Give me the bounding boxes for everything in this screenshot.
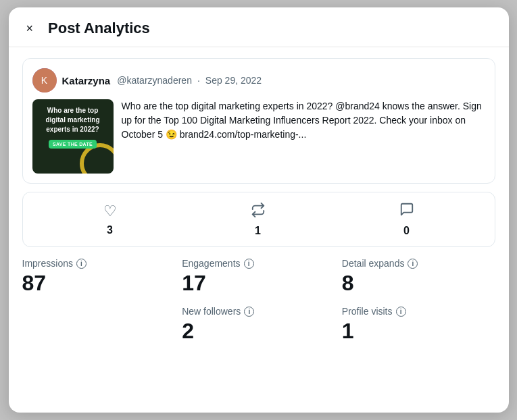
new-followers-value: 2	[182, 319, 335, 343]
detail-expands-info-icon[interactable]: i	[408, 259, 418, 269]
engagements-label-row: Engagements i	[182, 258, 335, 269]
post-thumbnail: Who are the top digital marketing expert…	[32, 99, 114, 174]
post-analytics-panel: × Post Analytics K Katarzyna @katarzynad…	[9, 7, 509, 413]
author-handle: @katarzynaderen	[117, 75, 192, 86]
new-followers-metric: New followers i 2	[182, 306, 335, 343]
profile-visits-label: Profile visits	[342, 306, 393, 317]
post-date: Sep 29, 2022	[205, 75, 262, 86]
new-followers-label-row: New followers i	[182, 306, 335, 317]
post-body: Who are the top digital marketing expert…	[32, 99, 485, 174]
profile-visits-metric: Profile visits i 1	[342, 306, 495, 343]
likes-count: 3	[107, 224, 113, 236]
profile-visits-label-row: Profile visits i	[342, 306, 495, 317]
engagements-metric: Engagements i 17	[182, 258, 335, 295]
separator: ·	[197, 75, 200, 86]
engagements-value: 17	[182, 271, 335, 295]
profile-visits-value: 1	[342, 319, 495, 343]
retweets-stat: 1	[251, 203, 266, 237]
replies-count: 0	[403, 225, 410, 237]
engagements-label: Engagements	[182, 258, 240, 269]
avatar: K	[32, 68, 57, 93]
impressions-label: Impressions	[22, 258, 73, 269]
panel-title: Post Analytics	[48, 20, 150, 37]
profile-visits-info-icon[interactable]: i	[396, 307, 406, 317]
post-card: K Katarzyna @katarzynaderen · Sep 29, 20…	[22, 58, 495, 184]
engagements-info-icon[interactable]: i	[244, 259, 254, 269]
panel-header: × Post Analytics	[9, 7, 509, 47]
thumb-text-line1: Who are the top	[47, 106, 99, 115]
post-text: Who are the top digital marketing expert…	[122, 99, 485, 174]
impressions-label-row: Impressions i	[22, 258, 176, 269]
author-name: Katarzyna	[62, 75, 111, 86]
retweets-count: 1	[255, 225, 261, 237]
metrics-grid: Impressions i 87 Engagements i 17 Detail…	[9, 258, 509, 295]
empty-col	[22, 306, 176, 343]
thumb-text-line2: digital marketing	[45, 115, 99, 125]
new-followers-label: New followers	[182, 306, 241, 317]
impressions-info-icon[interactable]: i	[76, 259, 87, 269]
likes-icon: ♡	[103, 203, 117, 220]
thumb-cta-button: SAVE THE DATE	[49, 140, 97, 149]
new-followers-info-icon[interactable]: i	[244, 307, 254, 317]
thumb-text-line3: experts in 2022?	[46, 125, 99, 134]
impressions-value: 87	[22, 271, 176, 295]
detail-expands-label: Detail expands	[342, 258, 405, 269]
detail-expands-label-row: Detail expands i	[342, 258, 495, 269]
detail-expands-value: 8	[342, 271, 495, 295]
detail-expands-metric: Detail expands i 8	[342, 258, 495, 295]
engagement-stats-row: ♡ 3 1 0	[22, 192, 495, 247]
retweets-icon	[251, 203, 266, 221]
likes-stat: ♡ 3	[103, 203, 117, 236]
close-button[interactable]: ×	[22, 21, 38, 36]
post-meta: K Katarzyna @katarzynaderen · Sep 29, 20…	[32, 68, 485, 93]
replies-icon	[399, 202, 414, 221]
replies-stat: 0	[399, 202, 414, 237]
metrics-grid-bottom: New followers i 2 Profile visits i 1	[9, 295, 509, 343]
impressions-metric: Impressions i 87	[22, 258, 176, 295]
